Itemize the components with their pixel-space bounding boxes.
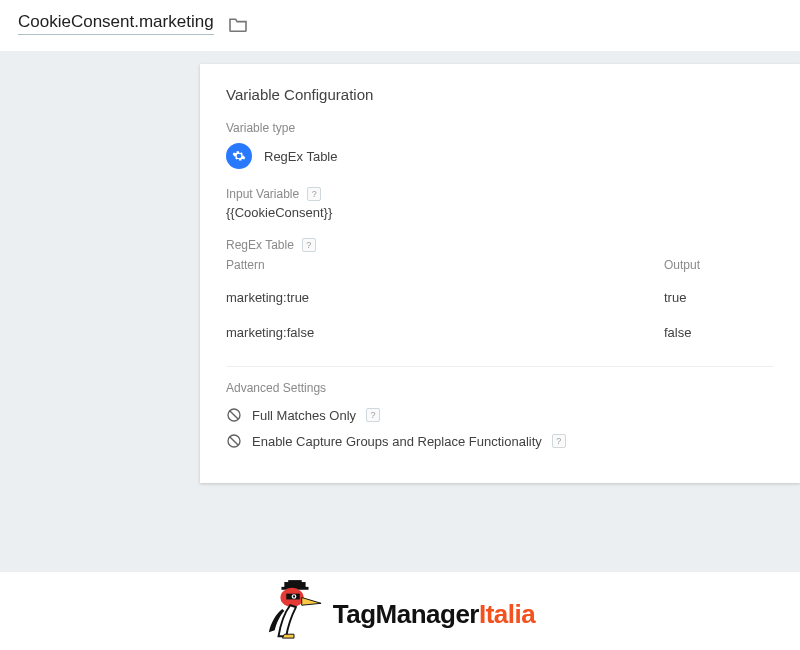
table-row[interactable]: marketing:false false — [226, 315, 774, 350]
pattern-cell: marketing:false — [226, 325, 664, 340]
advanced-option-label: Full Matches Only — [252, 408, 356, 423]
svg-rect-5 — [288, 580, 302, 583]
advanced-settings-label: Advanced Settings — [226, 381, 774, 395]
regex-table-label-row: RegEx Table ? — [226, 238, 774, 252]
disabled-icon — [226, 407, 242, 423]
help-icon[interactable]: ? — [302, 238, 316, 252]
regex-table-label: RegEx Table — [226, 238, 294, 252]
output-cell: false — [664, 325, 774, 340]
disabled-icon — [226, 433, 242, 449]
table-row[interactable]: marketing:true true — [226, 280, 774, 315]
divider — [226, 366, 774, 367]
input-variable-label: Input Variable — [226, 187, 299, 201]
help-icon[interactable]: ? — [307, 187, 321, 201]
input-variable-value: {{CookieConsent}} — [226, 205, 774, 220]
output-header: Output — [664, 258, 774, 272]
variable-type-name: RegEx Table — [264, 149, 337, 164]
editor-header: CookieConsent.marketing — [0, 0, 800, 52]
pattern-header: Pattern — [226, 258, 664, 272]
editor-canvas: Variable Configuration Variable type Reg… — [0, 52, 800, 572]
variable-type-label: Variable type — [226, 121, 774, 135]
advanced-option-capture-groups[interactable]: Enable Capture Groups and Replace Functi… — [226, 433, 774, 449]
brand-text-part2: Italia — [479, 599, 535, 629]
card-title: Variable Configuration — [226, 86, 774, 103]
variable-config-card[interactable]: Variable Configuration Variable type Reg… — [200, 64, 800, 483]
gear-icon — [226, 143, 252, 169]
regex-table-headers: Pattern Output — [226, 258, 774, 272]
svg-line-3 — [230, 437, 239, 446]
woodpecker-icon — [265, 580, 323, 648]
folder-icon[interactable] — [228, 16, 248, 32]
variable-name-title[interactable]: CookieConsent.marketing — [18, 12, 214, 35]
help-icon[interactable]: ? — [552, 434, 566, 448]
brand-text-part1: TagManager — [333, 599, 479, 629]
svg-point-9 — [293, 595, 295, 597]
advanced-option-full-matches[interactable]: Full Matches Only ? — [226, 407, 774, 423]
help-icon[interactable]: ? — [366, 408, 380, 422]
output-cell: true — [664, 290, 774, 305]
variable-type-row[interactable]: RegEx Table — [226, 143, 774, 169]
brand-text: TagManagerItalia — [333, 599, 535, 630]
pattern-cell: marketing:true — [226, 290, 664, 305]
input-variable-label-row: Input Variable ? — [226, 187, 774, 201]
brand-logo: TagManagerItalia — [0, 572, 800, 650]
advanced-option-label: Enable Capture Groups and Replace Functi… — [252, 434, 542, 449]
svg-line-1 — [230, 411, 239, 420]
